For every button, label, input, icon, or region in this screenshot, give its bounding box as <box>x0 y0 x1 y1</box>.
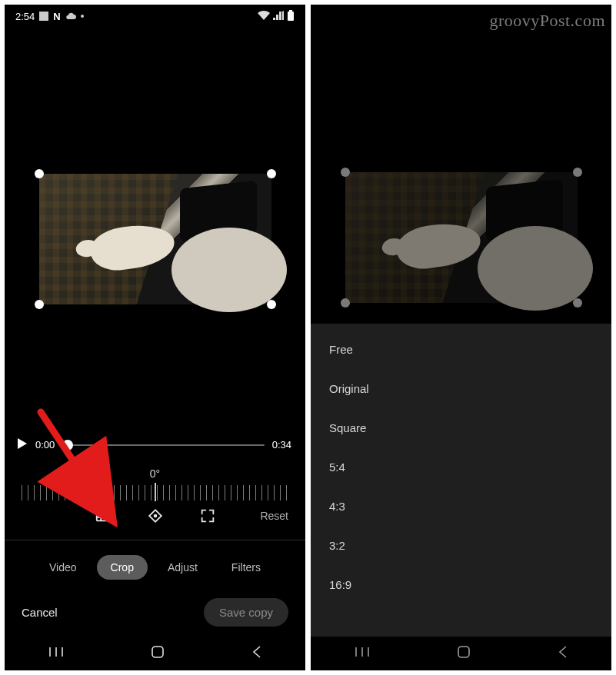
aspect-ratio-menu: Free Original Square 5:4 4:3 3:2 16:9 <box>311 324 611 637</box>
video-thumbnail <box>345 172 578 303</box>
aspect-option-free[interactable]: Free <box>311 330 611 369</box>
editor-tabs: Video Crop Adjust Filters <box>5 555 305 580</box>
status-bar: 2:54 N <box>5 5 305 28</box>
crop-frame[interactable] <box>345 172 578 303</box>
save-copy-button[interactable]: Save copy <box>204 598 288 627</box>
rotate-icon[interactable] <box>147 507 164 524</box>
scrubber-thumb[interactable] <box>62 440 73 451</box>
netflix-icon: N <box>53 11 60 22</box>
svg-rect-5 <box>152 647 163 657</box>
rotation-label: 0° <box>5 467 305 480</box>
video-scrubber[interactable] <box>62 444 264 446</box>
nav-back-icon[interactable] <box>557 645 569 662</box>
svg-rect-6 <box>458 647 469 657</box>
aspect-option-square[interactable]: Square <box>311 408 611 447</box>
crop-handle-top-left[interactable] <box>341 168 350 177</box>
crop-handle-bottom-left[interactable] <box>35 300 44 309</box>
aspect-option-original[interactable]: Original <box>311 369 611 408</box>
tab-filters[interactable]: Filters <box>218 555 275 580</box>
svg-point-4 <box>154 515 156 517</box>
rotation-dial[interactable] <box>22 485 288 500</box>
nav-recent-icon[interactable] <box>354 646 371 661</box>
screenshot-editor: 2:54 N <box>5 5 305 670</box>
tab-video[interactable]: Video <box>35 555 91 580</box>
crop-handle-bottom-right[interactable] <box>267 300 276 309</box>
nav-recent-icon[interactable] <box>48 646 65 661</box>
play-icon[interactable] <box>17 438 28 451</box>
watermark: groovyPost.com <box>489 11 605 31</box>
crop-handle-bottom-left[interactable] <box>341 298 350 308</box>
aspect-option-3-2[interactable]: 3:2 <box>311 526 611 565</box>
android-navbar <box>5 637 305 670</box>
divider <box>5 540 305 540</box>
tab-crop[interactable]: Crop <box>97 555 148 580</box>
screenshot-aspect-menu: Free Original Square 5:4 4:3 3:2 16:9 <box>311 5 611 670</box>
video-scrubber-row: 0:00 0:34 <box>17 438 291 451</box>
crop-handle-top-right[interactable] <box>573 168 582 177</box>
crop-tools-row: Reset <box>5 507 305 524</box>
svg-rect-2 <box>96 511 109 521</box>
expand-icon[interactable] <box>199 507 216 524</box>
aspect-option-16-9[interactable]: 16:9 <box>311 565 611 604</box>
nav-home-icon[interactable] <box>456 644 471 663</box>
signal-icon <box>273 11 284 22</box>
bottom-actions: Cancel Save copy <box>5 598 305 627</box>
nav-back-icon[interactable] <box>251 645 263 662</box>
tab-adjust[interactable]: Adjust <box>154 555 211 580</box>
video-thumbnail <box>39 174 271 304</box>
crop-handle-bottom-right[interactable] <box>573 298 582 308</box>
svg-rect-1 <box>289 10 292 12</box>
video-current-time: 0:00 <box>35 439 55 451</box>
reset-button[interactable]: Reset <box>260 510 288 522</box>
crop-handle-top-left[interactable] <box>35 169 44 178</box>
wifi-icon <box>258 11 270 22</box>
svg-rect-0 <box>288 12 294 21</box>
aspect-option-4-3[interactable]: 4:3 <box>311 487 611 526</box>
battery-icon <box>287 10 295 23</box>
more-dot-icon <box>81 15 84 18</box>
crop-handle-top-right[interactable] <box>267 169 276 178</box>
nav-home-icon[interactable] <box>150 644 165 663</box>
status-time: 2:54 <box>15 11 35 22</box>
cancel-button[interactable]: Cancel <box>22 606 58 619</box>
video-total-time: 0:34 <box>272 439 291 451</box>
aspect-ratio-icon[interactable] <box>95 507 112 524</box>
cloud-icon <box>65 11 76 22</box>
android-navbar <box>311 637 611 670</box>
aspect-option-5-4[interactable]: 5:4 <box>311 447 611 487</box>
crop-frame[interactable] <box>39 174 271 304</box>
image-icon <box>39 12 48 21</box>
